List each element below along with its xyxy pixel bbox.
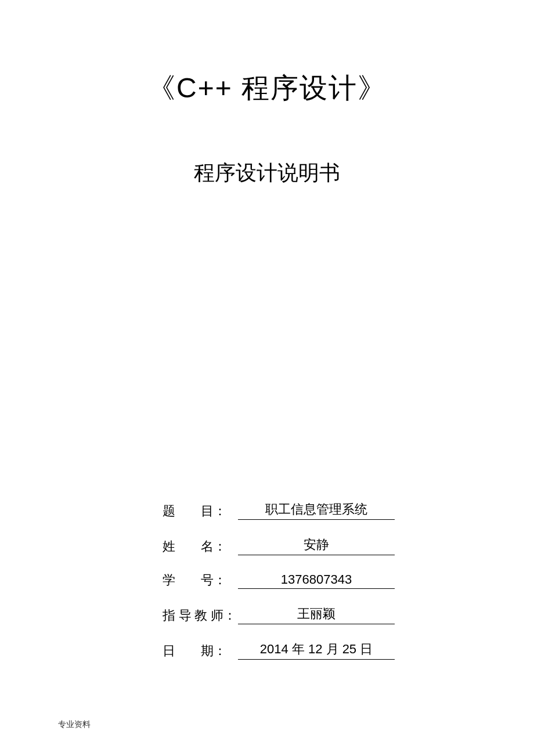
field-student-id: 学 号： 1376807343 [163,571,395,589]
field-label-date: 日 期： [163,642,238,660]
field-advisor: 指 导 教 师： 王丽颖 [163,605,395,624]
info-fields: 题 目： 职工信息管理系统 姓 名： 安静 学 号： 1376807343 指 … [163,501,395,676]
sub-title: 程序设计说明书 [58,159,476,187]
field-value-date: 2014 年 12 月 25 日 [238,641,395,660]
footer-text: 专业资料 [58,719,91,730]
field-value-name: 安静 [238,536,395,555]
field-value-advisor: 王丽颖 [238,605,395,624]
field-value-student-id: 1376807343 [238,572,395,589]
main-title: 《C++ 程序设计》 [58,70,476,107]
field-topic: 题 目： 职工信息管理系统 [163,501,395,520]
field-label-topic: 题 目： [163,502,238,520]
document-page: 《C++ 程序设计》 程序设计说明书 题 目： 职工信息管理系统 姓 名： 安静… [0,0,534,756]
field-label-advisor: 指 导 教 师： [163,607,238,624]
field-name: 姓 名： 安静 [163,536,395,555]
field-value-topic: 职工信息管理系统 [238,501,395,520]
field-date: 日 期： 2014 年 12 月 25 日 [163,641,395,660]
field-label-student-id: 学 号： [163,571,238,589]
field-label-name: 姓 名： [163,538,238,555]
